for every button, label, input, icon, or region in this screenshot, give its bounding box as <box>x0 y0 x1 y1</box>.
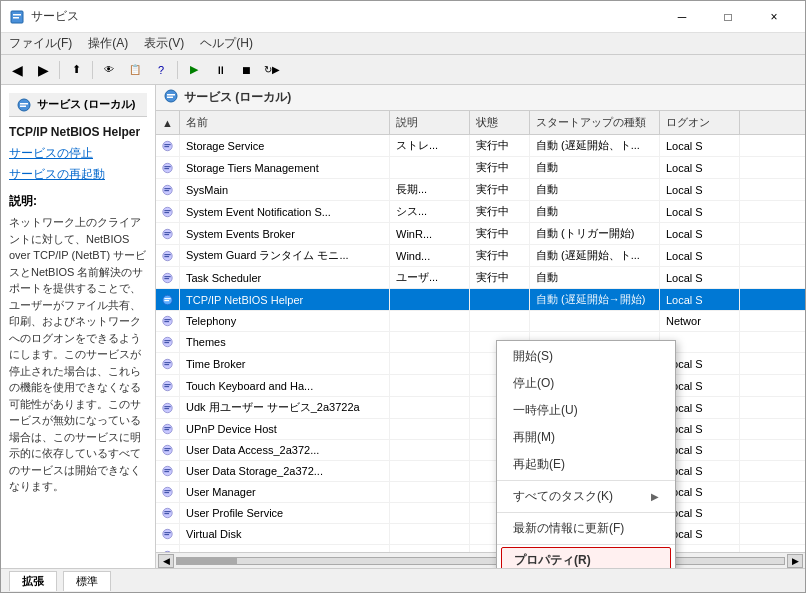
table-row[interactable]: Touch Keyboard and Ha... 自動 (トリガー→開始) Lo… <box>156 375 805 397</box>
toolbar-show-hide[interactable]: 👁 <box>97 59 121 81</box>
toolbar-stop[interactable]: ⏹ <box>234 59 258 81</box>
toolbar-map[interactable]: 📋 <box>123 59 147 81</box>
menu-help[interactable]: ヘルプ(H) <box>192 33 261 54</box>
scroll-left-btn[interactable]: ◀ <box>158 554 174 568</box>
context-menu: 開始(S) 停止(O) 一時停止(U) 再開(M) 再起動(E) すべてのタスク… <box>496 340 676 568</box>
row-desc: 長期... <box>390 179 470 200</box>
row-status: 実行中 <box>470 135 530 156</box>
row-desc: Wind... <box>390 245 470 266</box>
menu-actions[interactable]: 操作(A) <box>80 33 136 54</box>
row-desc <box>390 419 470 439</box>
row-startup: 自動 (トリガー開始) <box>530 223 660 244</box>
row-icon <box>156 375 180 396</box>
row-logon: Local S <box>660 245 740 266</box>
context-menu-refresh[interactable]: 最新の情報に更新(F) <box>497 515 675 542</box>
svg-rect-65 <box>164 534 169 535</box>
table-row[interactable]: User Data Access_2a372... Local S <box>156 440 805 461</box>
context-sep-3 <box>497 544 675 545</box>
svg-rect-61 <box>164 511 170 512</box>
row-icon <box>156 179 180 200</box>
header-name[interactable]: 名前 <box>180 111 390 134</box>
svg-rect-59 <box>164 492 169 493</box>
header-status[interactable]: 状態 <box>470 111 530 134</box>
context-menu-restart[interactable]: 再起動(E) <box>497 451 675 478</box>
row-desc <box>390 503 470 523</box>
row-icon <box>156 482 180 502</box>
scroll-track[interactable] <box>176 557 785 565</box>
minimize-button[interactable]: ─ <box>659 1 705 33</box>
header-startup[interactable]: スタートアップの種類 <box>530 111 660 134</box>
context-menu-all-tasks[interactable]: すべてのタスク(K) ▶ <box>497 483 675 510</box>
table-row[interactable]: User Manager Local S <box>156 482 805 503</box>
tab-standard[interactable]: 標準 <box>63 571 111 591</box>
table-row[interactable]: SysMain 長期... 実行中 自動 Local S <box>156 179 805 201</box>
stop-service-link[interactable]: サービスの停止 <box>9 145 147 162</box>
table-row[interactable]: Udk 用ユーザー サービス_2a3722a Local S <box>156 397 805 419</box>
table-row[interactable]: System Guard ランタイム モニ... Wind... 実行中 自動 … <box>156 245 805 267</box>
scroll-thumb <box>177 558 237 564</box>
row-icon <box>156 311 180 331</box>
toolbar-sep-2 <box>92 61 93 79</box>
table-row[interactable]: Time Broker 自動 (トリガー→開始) Local S <box>156 353 805 375</box>
context-menu-stop[interactable]: 停止(O) <box>497 370 675 397</box>
header-logon[interactable]: ログオン <box>660 111 740 134</box>
row-desc <box>390 289 470 310</box>
row-logon: Networ <box>660 311 740 331</box>
toolbar-restart[interactable]: ↻▶ <box>260 59 284 81</box>
context-menu-properties[interactable]: プロパティ(R) <box>501 547 671 568</box>
svg-rect-7 <box>167 94 175 96</box>
right-panel-header: サービス (ローカル) <box>156 85 805 111</box>
table-row[interactable]: Storage Service ストレ... 実行中 自動 (遅延開始、ト...… <box>156 135 805 157</box>
table-row[interactable]: System Event Notification S... シス... 実行中… <box>156 201 805 223</box>
table-row[interactable]: Themes <box>156 332 805 353</box>
table-row[interactable]: Storage Tiers Management 実行中 自動 Local S <box>156 157 805 179</box>
table-row[interactable]: UPnP Device Host Local S <box>156 419 805 440</box>
toolbar-up[interactable]: ⬆ <box>64 59 88 81</box>
close-button[interactable]: × <box>751 1 797 33</box>
toolbar-pause[interactable]: ⏸ <box>208 59 232 81</box>
table-row[interactable]: User Profile Service Local S <box>156 503 805 524</box>
toolbar-help2[interactable]: ? <box>149 59 173 81</box>
maximize-button[interactable]: □ <box>705 1 751 33</box>
restart-service-link[interactable]: サービスの再起動 <box>9 166 147 183</box>
table-row[interactable]: TCP/IP NetBIOS Helper 自動 (遅延開始→開始) Local… <box>156 289 805 311</box>
menu-view[interactable]: 表示(V) <box>136 33 192 54</box>
context-menu-pause[interactable]: 一時停止(U) <box>497 397 675 424</box>
menu-file[interactable]: ファイル(F) <box>1 33 80 54</box>
svg-rect-47 <box>164 408 169 409</box>
svg-rect-11 <box>164 146 169 147</box>
row-desc: WinR... <box>390 223 470 244</box>
title-bar-buttons: ─ □ × <box>659 1 797 33</box>
row-logon: Local S <box>660 289 740 310</box>
table-row[interactable]: Virtual Disk Local S <box>156 524 805 545</box>
table-row[interactable]: System Events Broker WinR... 実行中 自動 (トリガ… <box>156 223 805 245</box>
row-status: 実行中 <box>470 157 530 178</box>
header-desc[interactable]: 説明 <box>390 111 470 134</box>
service-list[interactable]: ▲ 名前 説明 状態 スタートアップの種類 ログオン Storage Servi… <box>156 111 805 552</box>
svg-rect-31 <box>164 298 170 299</box>
horizontal-scrollbar[interactable]: ◀ ▶ <box>156 552 805 568</box>
scroll-right-btn[interactable]: ▶ <box>787 554 803 568</box>
table-row[interactable]: Volume Shadow Copy 手動 Local S <box>156 545 805 552</box>
svg-rect-56 <box>164 471 169 472</box>
row-icon <box>156 223 180 244</box>
row-status: 実行中 <box>470 223 530 244</box>
row-name: System Guard ランタイム モニ... <box>180 245 390 266</box>
context-menu-start[interactable]: 開始(S) <box>497 343 675 370</box>
toolbar-back[interactable]: ◀ <box>5 59 29 81</box>
table-row[interactable]: Task Scheduler ユーザ... 実行中 自動 Local S <box>156 267 805 289</box>
row-status: 実行中 <box>470 201 530 222</box>
tab-extended[interactable]: 拡張 <box>9 571 57 591</box>
row-name: Virtual Disk <box>180 524 390 544</box>
header-icon[interactable]: ▲ <box>156 111 180 134</box>
row-icon <box>156 157 180 178</box>
row-name: System Event Notification S... <box>180 201 390 222</box>
toolbar-play[interactable]: ▶ <box>182 59 206 81</box>
toolbar-forward[interactable]: ▶ <box>31 59 55 81</box>
service-description: ネットワーク上のクライアントに対して、NetBIOS over TCP/IP (… <box>9 214 147 495</box>
row-logon: Local S <box>660 267 740 288</box>
table-row[interactable]: Telephony Networ <box>156 311 805 332</box>
context-menu-resume[interactable]: 再開(M) <box>497 424 675 451</box>
table-row[interactable]: User Data Storage_2a372... Local S <box>156 461 805 482</box>
svg-rect-62 <box>164 513 169 514</box>
